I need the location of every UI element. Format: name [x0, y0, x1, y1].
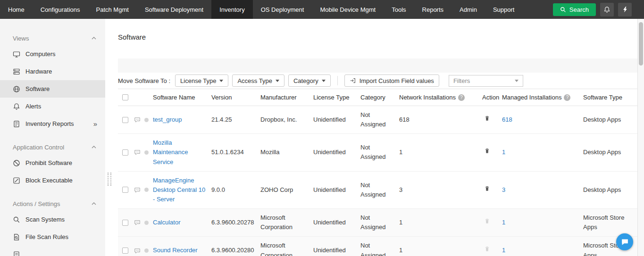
scrollbar-thumb[interactable]	[639, 22, 643, 66]
software-name-link[interactable]: Sound Recorder	[153, 247, 198, 254]
expand-double-arrow-icon[interactable]: »	[93, 120, 97, 128]
navbar-actions: Search	[553, 0, 644, 19]
network-installations-cell: 618	[399, 106, 482, 134]
version-cell: 9.0.0	[211, 171, 260, 208]
nav-inventory[interactable]: Inventory	[211, 0, 252, 19]
alert-bell-icon	[13, 103, 20, 110]
nav-home[interactable]: Home	[0, 0, 33, 19]
toolbar: Move Software To : License Type Access T…	[118, 73, 637, 89]
vertical-scrollbar[interactable]	[637, 19, 644, 256]
col-software-type[interactable]: Software Type	[583, 89, 637, 106]
nav-tools[interactable]: Tools	[384, 0, 414, 19]
nav-os-deployment[interactable]: OS Deployment	[253, 0, 312, 19]
category-dropdown[interactable]: Category	[288, 74, 331, 87]
application-control-section-header[interactable]: Application Control	[0, 140, 105, 154]
nav-reports[interactable]: Reports	[414, 0, 452, 19]
search-button[interactable]: Search	[553, 3, 596, 16]
version-cell: 6.3.9600.20278	[211, 209, 260, 237]
row-checkbox[interactable]	[122, 149, 128, 156]
managed-installations-link[interactable]: 1	[502, 149, 505, 156]
views-section-title: Views	[13, 35, 29, 42]
delete-button[interactable]	[484, 148, 490, 154]
sidebar-item-label: Hardware	[25, 68, 52, 75]
sidebar-item-alerts[interactable]: Alerts	[0, 98, 105, 115]
software-name-link[interactable]: Mozilla Maintenance Service	[153, 139, 188, 165]
views-section-header[interactable]: Views	[0, 31, 105, 45]
actions-settings-section-header[interactable]: Actions / Settings	[0, 197, 105, 211]
quick-actions-button[interactable]	[618, 3, 632, 17]
row-checkbox[interactable]	[122, 117, 128, 123]
nav-admin[interactable]: Admin	[452, 0, 485, 19]
sidebar-item-label: Software	[25, 85, 50, 92]
category-cell: Not Assigned	[360, 134, 399, 171]
access-type-dropdown[interactable]: Access Type	[232, 74, 284, 87]
sidebar-item-software[interactable]: Software	[0, 80, 105, 98]
status-dot	[144, 188, 149, 192]
manufacturer-cell: Microsoft Corporation	[260, 237, 313, 256]
col-software-name[interactable]: Software Name	[153, 89, 211, 106]
software-name-link[interactable]: test_group	[153, 116, 182, 123]
status-dot	[144, 150, 149, 155]
license-type-cell: Unidentified	[313, 134, 360, 171]
delete-button[interactable]	[484, 185, 490, 192]
report-icon	[13, 120, 20, 128]
sidebar-item-inventory-reports[interactable]: Inventory Reports »	[0, 115, 105, 132]
col-network-installations[interactable]: Network Installations ?	[399, 89, 482, 106]
comment-icon[interactable]	[134, 187, 141, 193]
import-custom-fields-button[interactable]: Import Custom Field values	[344, 74, 439, 87]
col-manufacturer[interactable]: Manufacturer	[260, 89, 313, 106]
comment-icon[interactable]	[134, 149, 141, 156]
help-icon[interactable]: ?	[458, 94, 465, 101]
nav-patch-mgmt[interactable]: Patch Mgmt	[88, 0, 137, 19]
sidebar-item-file-scan-rules[interactable]: File Scan Rules	[0, 228, 105, 246]
table-row: Mozilla Maintenance Service 51.0.1.6234 …	[118, 134, 637, 171]
nav-mobile-device-mgmt[interactable]: Mobile Device Mgmt	[312, 0, 384, 19]
sidebar-item-hardware[interactable]: Hardware	[0, 63, 105, 80]
managed-installations-link[interactable]: 1	[502, 247, 505, 254]
notifications-button[interactable]	[600, 3, 614, 17]
access-type-dropdown-label: Access Type	[237, 77, 272, 84]
col-managed-installations[interactable]: Managed Installations ?	[502, 89, 583, 106]
sidebar-item-partial[interactable]	[0, 246, 105, 256]
managed-installations-link[interactable]: 3	[502, 186, 505, 193]
sidebar-item-prohibit-software[interactable]: Prohibit Software	[0, 154, 105, 172]
comment-icon[interactable]	[134, 116, 141, 123]
software-name-link[interactable]: ManageEngine Desktop Central 10 - Server	[153, 177, 205, 203]
col-category[interactable]: Category	[360, 89, 399, 106]
select-all-checkbox[interactable]	[122, 94, 128, 100]
sidebar-item-label: Scan Systems	[25, 216, 65, 223]
manufacturer-cell: ZOHO Corp	[260, 171, 313, 208]
hardware-icon	[13, 68, 20, 75]
sidebar-item-scan-systems[interactable]: Scan Systems	[0, 211, 105, 228]
table-header-row: Software Name Version Manufacturer Licen…	[118, 89, 637, 106]
license-type-dropdown[interactable]: License Type	[175, 74, 228, 87]
software-name-link[interactable]: Calculator	[153, 219, 181, 226]
table-row: test_group 21.4.25 Dropbox, Inc. Unident…	[118, 106, 637, 134]
row-checkbox[interactable]	[122, 187, 128, 193]
managed-installations-link[interactable]: 618	[502, 116, 512, 123]
sidebar-item-block-executable[interactable]: Block Executable	[0, 172, 105, 189]
help-icon[interactable]: ?	[564, 94, 570, 101]
nav-software-deployment[interactable]: Software Deployment	[137, 0, 211, 19]
row-checkbox[interactable]	[122, 220, 128, 226]
sidebar-item-label: Block Executable	[25, 177, 73, 184]
row-checkbox[interactable]	[122, 248, 128, 254]
chevron-up-icon	[92, 202, 96, 205]
comment-icon[interactable]	[134, 219, 141, 226]
nav-support[interactable]: Support	[485, 0, 523, 19]
managed-installations-link[interactable]: 1	[502, 219, 505, 226]
delete-button[interactable]	[484, 115, 490, 122]
toolbar-divider	[337, 76, 338, 85]
comment-icon[interactable]	[134, 248, 141, 254]
lightning-icon	[622, 6, 628, 13]
sidebar-resize-handle[interactable]	[108, 173, 111, 186]
software-type-cell: Microsoft Store Apps	[583, 209, 637, 237]
nav-configurations[interactable]: Configurations	[33, 0, 88, 19]
chevron-up-icon	[92, 146, 96, 149]
col-license-type[interactable]: License Type	[313, 89, 360, 106]
sidebar-item-label: Alerts	[25, 103, 41, 110]
chat-widget-button[interactable]	[616, 233, 633, 250]
filters-dropdown[interactable]: Filters	[449, 75, 523, 87]
sidebar-item-computers[interactable]: Computers	[0, 45, 105, 63]
col-version[interactable]: Version	[211, 89, 260, 106]
